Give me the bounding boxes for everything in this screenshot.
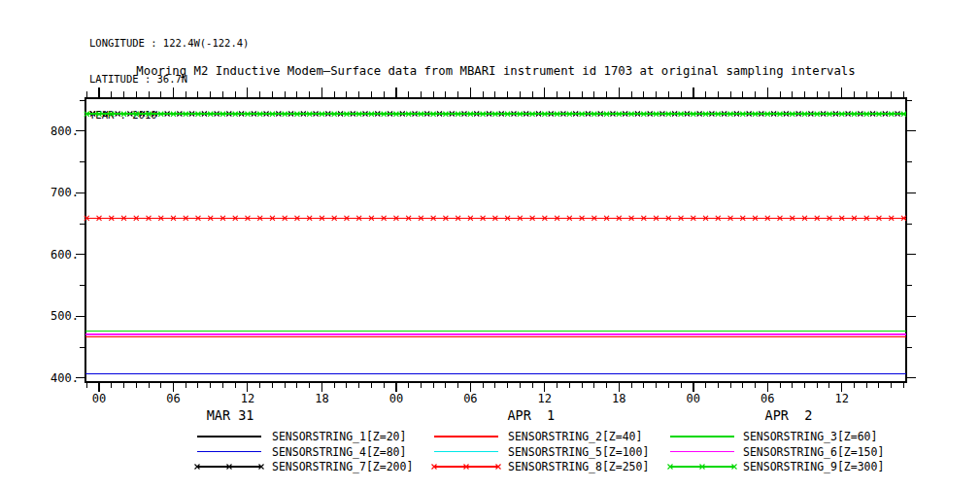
x-tick-label: 12 <box>241 392 254 405</box>
x-tick-label: 12 <box>834 392 848 405</box>
x-tick-label: 12 <box>538 392 552 405</box>
x-tick-label: 06 <box>463 392 477 405</box>
x-tick-label: 00 <box>92 392 106 405</box>
legend-label-9: SENSORSTRING_9[Z=300] <box>743 460 884 473</box>
legend-label-4: SENSORSTRING_4[Z=80] <box>272 445 406 459</box>
x-day-label: APR 2 <box>765 407 813 423</box>
x-tick-label: 06 <box>166 392 180 405</box>
y-tick-label: 500. <box>51 309 79 323</box>
legend-label-2: SENSORSTRING_2[Z=40] <box>508 430 642 443</box>
x-tick-label: 06 <box>760 392 774 405</box>
legend-label-8: SENSORSTRING_8[Z=250] <box>508 460 649 473</box>
y-tick-label: 400. <box>51 371 79 385</box>
y-tick-label: 600. <box>51 248 79 262</box>
legend-label-3: SENSORSTRING_3[Z=60] <box>743 430 877 443</box>
legend-label-7: SENSORSTRING_7[Z=200] <box>272 460 413 473</box>
legend-label-5: SENSORSTRING_5[Z=100] <box>508 445 649 459</box>
figure: LONGITUDE : 122.4W(-122.4) LATITUDE : 36… <box>0 0 980 490</box>
legend-label-1: SENSORSTRING_1[Z=20] <box>272 430 406 443</box>
y-tick-label: 800. <box>51 124 79 138</box>
legend-label-6: SENSORSTRING_6[Z=150] <box>743 445 884 459</box>
x-tick-label: 00 <box>687 392 700 405</box>
x-day-label: MAR 31 <box>207 407 254 423</box>
y-tick-label: 700. <box>51 186 79 199</box>
x-day-label: APR 1 <box>507 407 555 423</box>
plot-svg: 0006121800061218000612MAR 31APR 1APR 240… <box>0 0 980 490</box>
x-tick-label: 00 <box>389 392 403 405</box>
x-tick-label: 18 <box>315 392 328 405</box>
plot-frame <box>85 98 906 382</box>
x-tick-label: 18 <box>612 392 625 405</box>
